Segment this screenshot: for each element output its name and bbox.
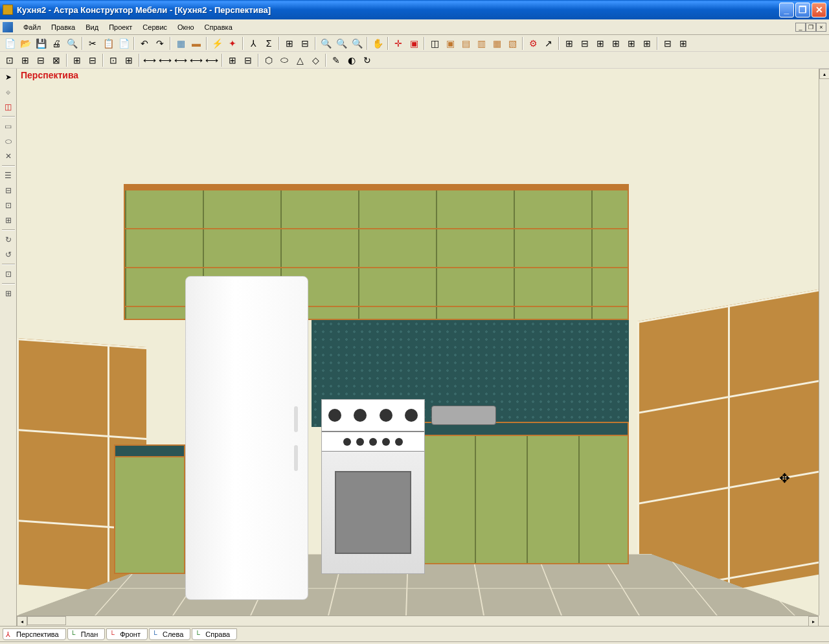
tool-icon[interactable]: ⊠ <box>49 53 63 67</box>
target-icon[interactable]: ✛ <box>391 36 405 51</box>
tool-icon[interactable]: ⊡ <box>1 267 16 281</box>
minimize-button[interactable]: _ <box>779 3 794 17</box>
tool-icon[interactable]: ◫ <box>1 100 16 114</box>
menu-view[interactable]: Вид <box>80 21 104 33</box>
scroll-up-button[interactable]: ▴ <box>819 69 829 79</box>
pointer-icon[interactable]: ➤ <box>1 70 16 84</box>
tool-icon[interactable]: ⊟ <box>298 36 312 51</box>
tool-icon[interactable]: ↗ <box>541 36 556 51</box>
layout-icon[interactable]: ⊞ <box>640 36 654 51</box>
tab-left[interactable]: └ Слева <box>149 628 190 640</box>
scroll-right-button[interactable]: ▸ <box>808 616 819 626</box>
tool-icon[interactable]: ⊟ <box>241 53 255 67</box>
close-button[interactable]: ✕ <box>812 3 826 17</box>
hierarchy-icon[interactable]: ⅄ <box>246 36 260 51</box>
print-icon[interactable]: 🖨 <box>49 36 63 51</box>
cut-icon[interactable]: ✂ <box>85 36 100 51</box>
scroll-thumb[interactable] <box>27 616 66 625</box>
tab-front[interactable]: └ Фронт <box>106 628 148 640</box>
rotate-icon[interactable]: ↻ <box>1 233 16 247</box>
tool-icon[interactable]: ▧ <box>505 36 519 51</box>
tool-icon[interactable]: ✦ <box>225 36 240 51</box>
tool-icon[interactable]: ▦ <box>490 36 504 51</box>
cone-icon[interactable]: △ <box>293 53 307 67</box>
viewport-3d[interactable]: Перспектива <box>17 69 829 626</box>
paste-icon[interactable]: 📄 <box>117 36 131 51</box>
tool-icon[interactable]: ⊟ <box>34 53 48 67</box>
mdi-close-button[interactable]: × <box>816 23 826 32</box>
tool-icon[interactable]: ▣ <box>443 36 457 51</box>
tool-icon[interactable]: ☰ <box>1 168 16 183</box>
tool-icon[interactable]: ✕ <box>1 149 16 163</box>
dimension-icon[interactable]: ⟷ <box>158 53 172 67</box>
mdi-minimize-button[interactable]: _ <box>795 23 806 32</box>
tab-plan[interactable]: └ План <box>67 628 106 640</box>
tool-icon[interactable]: ✎ <box>329 53 343 67</box>
copy-icon[interactable]: 📋 <box>101 36 115 51</box>
materials-icon[interactable]: ▬ <box>189 36 203 51</box>
tool-icon[interactable]: ▥ <box>474 36 488 51</box>
dimension-icon[interactable]: ⟷ <box>205 53 219 67</box>
layout-icon[interactable]: ⊞ <box>593 36 608 51</box>
preview-icon[interactable]: 🔍 <box>65 36 79 51</box>
vertical-scrollbar[interactable]: ▴ <box>819 69 829 615</box>
zoom-fit-icon[interactable]: 🔍 <box>350 36 364 51</box>
new-file-icon[interactable]: 📄 <box>3 36 17 51</box>
menu-edit[interactable]: Правка <box>46 21 80 33</box>
layout-icon[interactable]: ⊞ <box>562 36 576 51</box>
rectangle-icon[interactable]: ▭ <box>1 119 16 133</box>
dimension-icon[interactable]: ⟷ <box>174 53 188 67</box>
tool-icon[interactable]: ⊞ <box>70 53 84 67</box>
layout-icon[interactable]: ⊞ <box>676 36 690 51</box>
scroll-left-button[interactable]: ◂ <box>17 616 27 626</box>
menu-help[interactable]: Справка <box>199 21 238 33</box>
tab-perspective[interactable]: ⅄ Перспектива <box>3 628 66 640</box>
tool-icon[interactable]: ⊞ <box>1 213 16 227</box>
redo-icon[interactable]: ↷ <box>153 36 167 51</box>
tool-icon[interactable]: ◐ <box>345 53 359 67</box>
tool-icon[interactable]: ⊞ <box>1 286 16 301</box>
tool-icon[interactable]: ▤ <box>459 36 473 51</box>
tool-icon[interactable]: ▣ <box>407 36 421 51</box>
menu-window[interactable]: Окно <box>172 21 199 33</box>
rotate-icon[interactable]: ↺ <box>1 247 16 262</box>
layout-icon[interactable]: ⊞ <box>609 36 623 51</box>
tool-icon[interactable]: ⚡ <box>210 36 224 51</box>
tool-icon[interactable]: ⊡ <box>1 198 16 213</box>
tool-icon[interactable]: ⟐ <box>1 85 16 99</box>
open-file-icon[interactable]: 📂 <box>18 36 32 51</box>
layout-icon[interactable]: ⊞ <box>624 36 639 51</box>
tool-icon[interactable]: ⊞ <box>122 53 136 67</box>
dimension-icon[interactable]: ⟷ <box>189 53 203 67</box>
grid-icon[interactable]: ▦ <box>174 36 188 51</box>
save-icon[interactable]: 💾 <box>34 36 48 51</box>
tool-icon[interactable]: ⊡ <box>106 53 120 67</box>
tool-icon[interactable]: ◫ <box>427 36 442 51</box>
tool-icon[interactable]: ⊞ <box>18 53 32 67</box>
tool-icon[interactable]: ⊟ <box>1 183 16 198</box>
horizontal-scrollbar[interactable]: ◂ ▸ <box>17 615 819 626</box>
zoom-out-icon[interactable]: 🔍 <box>334 36 348 51</box>
menu-project[interactable]: Проект <box>104 21 137 33</box>
tool-icon[interactable]: ⊞ <box>225 53 240 67</box>
undo-icon[interactable]: ↶ <box>137 36 152 51</box>
tool-icon[interactable]: ⚙ <box>526 36 540 51</box>
tool-icon[interactable]: ↻ <box>360 53 374 67</box>
sum-icon[interactable]: Σ <box>262 36 276 51</box>
shape-icon[interactable]: ◇ <box>308 53 323 67</box>
ellipse-icon[interactable]: ⬭ <box>1 134 16 148</box>
cylinder-icon[interactable]: ⬭ <box>277 53 291 67</box>
menu-file[interactable]: Файл <box>18 21 46 33</box>
tool-icon[interactable]: ⊞ <box>282 36 297 51</box>
dimension-icon[interactable]: ⟷ <box>142 53 157 67</box>
tab-right[interactable]: └ Справа <box>192 628 237 640</box>
cube-icon[interactable]: ⬡ <box>262 53 276 67</box>
tool-icon[interactable]: ⊡ <box>3 53 17 67</box>
mdi-restore-button[interactable]: ❐ <box>806 23 816 32</box>
zoom-in-icon[interactable]: 🔍 <box>319 36 333 51</box>
maximize-button[interactable]: ❐ <box>795 3 810 17</box>
tool-icon[interactable]: ⊟ <box>85 53 100 67</box>
layout-icon[interactable]: ⊟ <box>578 36 592 51</box>
layout-icon[interactable]: ⊟ <box>661 36 675 51</box>
menu-service[interactable]: Сервис <box>137 21 172 33</box>
